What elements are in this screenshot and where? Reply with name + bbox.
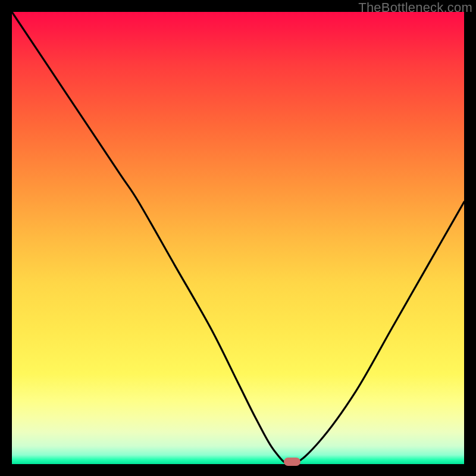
plot-area <box>12 12 464 464</box>
bottleneck-curve <box>12 12 464 464</box>
watermark-text: TheBottleneck.com <box>358 0 472 15</box>
curve-path <box>12 12 464 464</box>
chart-frame: TheBottleneck.com <box>0 0 476 476</box>
optimum-marker <box>284 458 300 466</box>
